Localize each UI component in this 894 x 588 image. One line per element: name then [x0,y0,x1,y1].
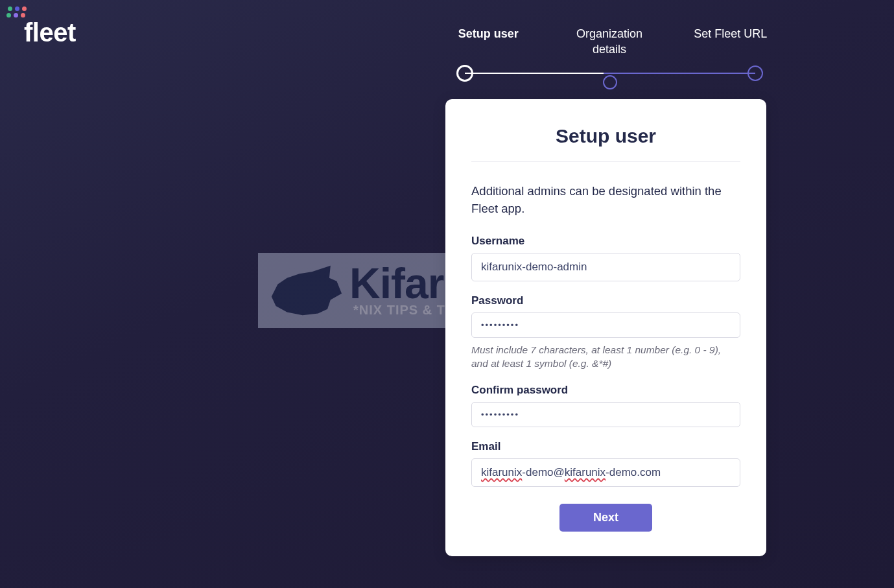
step-circle-2 [603,75,617,89]
password-group: Password Must include 7 characters, at l… [471,294,740,371]
confirm-password-input[interactable] [471,402,740,427]
logo-dot [8,6,12,11]
card-title: Setup user [471,125,740,147]
password-hint: Must include 7 characters, at least 1 nu… [471,343,740,371]
stepper-track [460,64,759,82]
step-label-setup-user: Setup user [428,26,549,58]
username-group: Username [471,235,740,281]
step-label-fleet-url: Set Fleet URL [670,26,791,58]
setup-user-card: Setup user Additional admins can be desi… [445,99,766,556]
stepper-line-active [465,73,604,74]
email-label: Email [471,440,740,453]
logo-dot [6,13,11,18]
logo-dot [14,13,18,18]
username-input[interactable] [471,253,740,281]
next-button[interactable]: Next [559,504,652,532]
fleet-logo: fleet [8,6,76,47]
email-group: Email kifarunix-demo@kifarunix-demo.com [471,440,740,487]
rhino-icon [268,261,343,320]
logo-dot [21,13,25,18]
step-circle-3 [747,65,763,81]
card-divider [471,161,740,162]
username-label: Username [471,235,740,248]
step-label-org-details: Organization details [549,26,670,58]
logo-text: fleet [24,18,76,47]
logo-dots-row-2 [6,13,76,18]
stepper-labels: Setup user Organization details Set Flee… [428,26,791,58]
password-input[interactable] [471,312,740,338]
password-label: Password [471,294,740,307]
logo-dots-row-1 [8,6,76,11]
email-input[interactable]: kifarunix-demo@kifarunix-demo.com [471,458,740,487]
logo-dot [15,6,19,11]
step-circle-1 [456,65,473,82]
card-description: Additional admins can be designated with… [471,183,740,218]
confirm-password-group: Confirm password [471,384,740,427]
confirm-password-label: Confirm password [471,384,740,397]
logo-dot [22,6,27,11]
setup-stepper: Setup user Organization details Set Flee… [428,26,791,82]
stepper-line-inactive [604,73,755,74]
